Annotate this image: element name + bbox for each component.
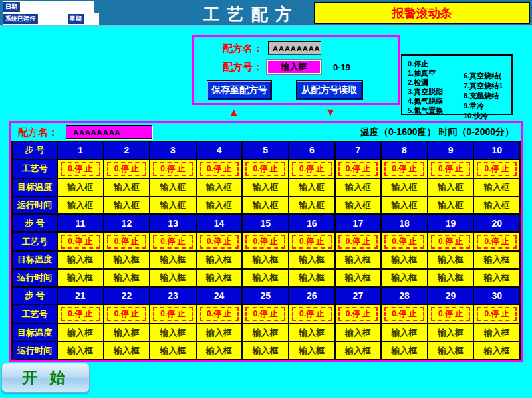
- temp-input-cell[interactable]: 输入框: [336, 324, 381, 341]
- time-input-cell[interactable]: 输入框: [150, 270, 196, 286]
- time-input-cell[interactable]: 输入框: [243, 197, 288, 214]
- time-input-cell[interactable]: 输入框: [243, 342, 288, 359]
- recipe-number-input[interactable]: 输入框: [267, 60, 321, 74]
- temp-input-cell[interactable]: 输入框: [382, 252, 427, 268]
- temp-input-cell[interactable]: 输入框: [289, 252, 334, 268]
- process-input-cell[interactable]: 0.停 止: [243, 160, 288, 178]
- temp-input-cell[interactable]: 输入框: [428, 179, 473, 196]
- process-input-cell[interactable]: 0.停 止: [289, 233, 334, 250]
- temp-input-cell[interactable]: 输入框: [58, 324, 103, 341]
- process-input-cell[interactable]: 0.停 止: [150, 233, 196, 250]
- time-input-cell[interactable]: 输入框: [58, 197, 103, 214]
- time-input-cell[interactable]: 输入框: [289, 197, 334, 214]
- temp-input-cell[interactable]: 输入框: [243, 179, 288, 196]
- process-input-cell[interactable]: 0.停 止: [58, 160, 103, 178]
- date-input[interactable]: [19, 2, 94, 12]
- temp-input-cell[interactable]: 输入框: [104, 252, 150, 268]
- process-input-cell[interactable]: 0.停 止: [336, 160, 381, 178]
- temp-input-cell[interactable]: 输入框: [243, 324, 288, 341]
- temp-input-cell[interactable]: 输入框: [474, 179, 519, 196]
- process-input-cell[interactable]: 0.停 止: [150, 160, 196, 178]
- process-input-cell[interactable]: 0.停 止: [382, 305, 427, 323]
- runtime-input[interactable]: [37, 14, 68, 24]
- temp-input-cell[interactable]: 输入框: [150, 179, 196, 196]
- process-input-cell[interactable]: 0.停 止: [382, 160, 427, 178]
- process-input-cell[interactable]: 0.停 止: [243, 305, 288, 323]
- time-input-cell[interactable]: 输入框: [474, 270, 519, 286]
- time-input-cell[interactable]: 输入框: [58, 270, 103, 286]
- temp-input-cell[interactable]: 输入框: [428, 252, 473, 268]
- recipe-name-input[interactable]: AAAAAAAA: [268, 41, 321, 55]
- process-input-cell[interactable]: 0.停 止: [104, 233, 150, 250]
- start-button[interactable]: 开 始: [1, 363, 90, 393]
- process-input-cell[interactable]: 0.停 止: [428, 233, 473, 250]
- time-input-cell[interactable]: 输入框: [428, 270, 473, 286]
- process-input-cell[interactable]: 0.停 止: [243, 233, 288, 250]
- time-input-cell[interactable]: 输入框: [104, 197, 150, 214]
- time-input-cell[interactable]: 输入框: [150, 342, 196, 359]
- process-input-cell[interactable]: 0.停 止: [150, 305, 196, 323]
- time-input-cell[interactable]: 输入框: [197, 270, 242, 286]
- time-input-cell[interactable]: 输入框: [474, 197, 519, 214]
- process-input-cell[interactable]: 0.停 止: [428, 305, 473, 323]
- save-to-recipe-button[interactable]: 保存至配方号: [207, 80, 272, 100]
- time-input-cell[interactable]: 输入框: [289, 270, 334, 286]
- process-input-cell[interactable]: 0.停 止: [474, 233, 519, 250]
- process-input-cell[interactable]: 0.停 止: [58, 233, 103, 250]
- time-input-cell[interactable]: 输入框: [104, 342, 150, 359]
- temp-input-cell[interactable]: 输入框: [150, 252, 196, 268]
- temp-input-cell[interactable]: 输入框: [197, 252, 242, 268]
- temp-input-cell[interactable]: 输入框: [474, 252, 519, 268]
- process-input-cell[interactable]: 0.停 止: [104, 160, 150, 178]
- time-input-cell[interactable]: 输入框: [243, 270, 288, 286]
- temp-input-cell[interactable]: 输入框: [58, 252, 103, 268]
- process-input-cell[interactable]: 0.停 止: [382, 233, 427, 250]
- temp-input-cell[interactable]: 输入框: [104, 324, 150, 341]
- process-input-cell[interactable]: 0.停 止: [428, 160, 473, 178]
- temp-input-cell[interactable]: 输入框: [474, 324, 519, 341]
- process-input-cell[interactable]: 0.停 止: [474, 305, 519, 323]
- temp-input-cell[interactable]: 输入框: [428, 324, 473, 341]
- process-input-cell[interactable]: 0.停 止: [104, 305, 150, 323]
- temp-input-cell[interactable]: 输入框: [243, 252, 288, 268]
- temp-input-cell[interactable]: 输入框: [58, 179, 103, 196]
- time-input-cell[interactable]: 输入框: [289, 342, 334, 359]
- process-input-cell[interactable]: 0.停 止: [336, 305, 381, 323]
- process-input-cell[interactable]: 0.停 止: [289, 160, 334, 178]
- temp-input-cell[interactable]: 输入框: [336, 252, 381, 268]
- process-input-cell[interactable]: 0.停 止: [197, 305, 242, 323]
- temp-input-cell[interactable]: 输入框: [382, 324, 427, 341]
- temp-input-cell[interactable]: 输入框: [104, 179, 150, 196]
- time-input-cell[interactable]: 输入框: [336, 197, 381, 214]
- temp-input-cell[interactable]: 输入框: [336, 179, 381, 196]
- time-input-cell[interactable]: 输入框: [104, 270, 150, 286]
- process-input-cell[interactable]: 0.停 止: [197, 233, 242, 250]
- time-input-cell[interactable]: 输入框: [58, 342, 103, 359]
- process-input-cell[interactable]: 0.停 止: [197, 160, 242, 178]
- process-input-cell[interactable]: 0.停 止: [474, 160, 519, 178]
- time-input-cell[interactable]: 输入框: [197, 342, 242, 359]
- time-input-cell[interactable]: 输入框: [428, 342, 473, 359]
- time-input-cell[interactable]: 输入框: [382, 270, 427, 286]
- time-input-cell[interactable]: 输入框: [150, 197, 196, 214]
- week-input[interactable]: [84, 14, 98, 24]
- table-recipe-name-input[interactable]: AAAAAAAA: [66, 125, 152, 139]
- temp-input-cell[interactable]: 输入框: [289, 179, 334, 196]
- temp-input-cell[interactable]: 输入框: [382, 179, 427, 196]
- time-input-cell[interactable]: 输入框: [474, 342, 519, 359]
- temp-input-cell[interactable]: 输入框: [150, 324, 196, 341]
- time-input-cell[interactable]: 输入框: [336, 270, 381, 286]
- time-input-cell[interactable]: 输入框: [336, 342, 381, 359]
- process-input-cell[interactable]: 0.停 止: [58, 305, 103, 323]
- temp-input-cell[interactable]: 输入框: [197, 179, 242, 196]
- time-input-cell[interactable]: 输入框: [428, 197, 473, 214]
- load-from-recipe-button[interactable]: 从配方号读取: [296, 80, 363, 100]
- time-input-cell[interactable]: 输入框: [382, 197, 427, 214]
- temp-input-cell[interactable]: 输入框: [289, 324, 334, 341]
- process-input-cell[interactable]: 0.停 止: [289, 305, 334, 323]
- process-input-cell[interactable]: 0.停 止: [336, 233, 381, 250]
- time-input-cell[interactable]: 输入框: [382, 342, 427, 359]
- temp-input-cell[interactable]: 输入框: [197, 324, 242, 341]
- time-input-cell[interactable]: 输入框: [197, 197, 242, 214]
- legend-item: 3.真空脱脂: [408, 87, 443, 96]
